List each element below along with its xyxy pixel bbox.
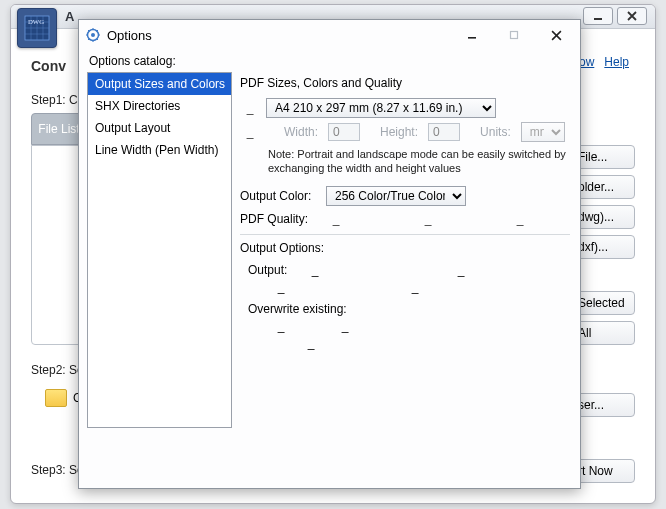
main-close-button[interactable] xyxy=(617,7,647,25)
width-label: Width: xyxy=(284,125,318,139)
radio-placeholder-1: _ xyxy=(240,101,260,115)
add-file-button-label: File... xyxy=(578,150,607,164)
overwrite-label: Overwrite existing: xyxy=(248,302,347,316)
svg-text:DWG: DWG xyxy=(28,18,44,25)
app-logo-icon: DWG xyxy=(17,8,57,48)
svg-rect-6 xyxy=(511,32,518,39)
options-dialog: Options Options catalog: Output Sizes an… xyxy=(78,19,581,489)
catalog-item-output-sizes[interactable]: Output Sizes and Colors xyxy=(88,73,231,95)
catalog-item-linewidth[interactable]: Line Width (Pen Width) xyxy=(88,139,231,161)
svg-rect-5 xyxy=(468,37,476,39)
add-folder-button-label: older... xyxy=(578,180,614,194)
dialog-title: Options xyxy=(107,28,152,43)
add-dxf-button-label: dxf)... xyxy=(578,240,608,254)
units-select: mm xyxy=(521,122,565,142)
output-color-select[interactable]: 256 Color/True Colors xyxy=(326,186,466,206)
dialog-close-button[interactable] xyxy=(538,23,574,47)
height-input xyxy=(428,123,460,141)
output-opt-3[interactable]: _ xyxy=(274,280,288,294)
app-title: A xyxy=(65,9,74,24)
conv-label: Conv xyxy=(31,58,66,74)
dialog-maximize-button xyxy=(496,23,532,47)
overwrite-opt-2[interactable]: _ xyxy=(338,319,352,333)
options-panel: PDF Sizes, Colors and Quality _ A4 210 x… xyxy=(238,72,572,428)
svg-point-4 xyxy=(91,33,95,37)
output-opt-4[interactable]: _ xyxy=(408,280,422,294)
units-label: Units: xyxy=(480,125,511,139)
main-minimize-button[interactable] xyxy=(583,7,613,25)
paper-size-select[interactable]: A4 210 x 297 mm (8.27 x 11.69 in.) xyxy=(266,98,496,118)
add-dwg-button-label: dwg)... xyxy=(578,210,614,224)
overwrite-opt-3[interactable]: _ xyxy=(304,336,318,350)
remove-selected-button-label: Selected xyxy=(578,296,625,310)
orientation-note: Note: Portrait and landscape mode can be… xyxy=(268,148,570,176)
folder-icon xyxy=(45,389,67,407)
width-input xyxy=(328,123,360,141)
output-options-title: Output Options: xyxy=(240,241,570,255)
catalog-item-shx[interactable]: SHX Directories xyxy=(88,95,231,117)
output-opt-1[interactable]: _ xyxy=(308,263,322,277)
output-color-label: Output Color: xyxy=(240,189,316,203)
options-catalog-list[interactable]: Output Sizes and Colors SHX Directories … xyxy=(87,72,232,428)
radio-placeholder-2: _ xyxy=(240,125,260,139)
dialog-minimize-button[interactable] xyxy=(454,23,490,47)
help-link[interactable]: Help xyxy=(604,55,629,69)
dialog-icon xyxy=(85,27,101,43)
divider xyxy=(240,234,570,235)
convert-now-button-label: rt Now xyxy=(578,464,613,478)
quality-opt-2[interactable]: _ xyxy=(418,212,438,226)
output-opt-2[interactable]: _ xyxy=(454,263,468,277)
quality-opt-1[interactable]: _ xyxy=(326,212,346,226)
browse-button-label: ser... xyxy=(578,398,604,412)
pdf-sizes-title: PDF Sizes, Colors and Quality xyxy=(240,76,570,90)
svg-rect-0 xyxy=(594,18,602,20)
catalog-label: Options catalog: xyxy=(89,54,572,68)
quality-opt-3[interactable]: _ xyxy=(510,212,530,226)
pdf-quality-label: PDF Quality: xyxy=(240,212,316,226)
overwrite-opt-1[interactable]: _ xyxy=(274,319,288,333)
catalog-item-layout[interactable]: Output Layout xyxy=(88,117,231,139)
output-label: Output: xyxy=(248,263,298,277)
height-label: Height: xyxy=(380,125,418,139)
dialog-titlebar: Options xyxy=(79,20,580,50)
